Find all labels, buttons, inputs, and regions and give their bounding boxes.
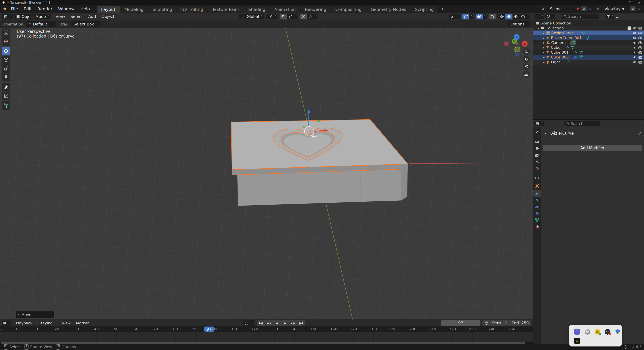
outliner-row-collection[interactable]: ▾ Collection ✓ (533, 26, 644, 30)
recording-tray-icon[interactable]: ◠ (605, 329, 610, 335)
workspace-tab-scripting[interactable]: Scripting (411, 6, 438, 13)
workspace-tab-shading[interactable]: Shading (244, 6, 270, 13)
disable-render-camera-icon[interactable] (638, 56, 642, 59)
shading-rendered-button[interactable] (520, 14, 526, 19)
workspace-tab-layout[interactable]: Layout (97, 6, 120, 13)
shading-solid-button[interactable] (506, 14, 512, 19)
tab-object[interactable] (533, 183, 541, 189)
tab-render[interactable] (533, 138, 541, 145)
outliner-row-cube[interactable]: ▸ Cube (533, 45, 644, 50)
viewport-menu-object[interactable]: Object (99, 14, 117, 19)
viewport-menu-add[interactable]: Add (86, 14, 99, 19)
show-overlays-toggle[interactable] (476, 14, 482, 19)
toggle-ortho-button[interactable] (523, 71, 530, 78)
tool-scale[interactable] (2, 64, 10, 73)
menubar-item-window[interactable]: Window (55, 5, 78, 12)
workspace-tab-uv-editing[interactable]: UV Editing (177, 6, 207, 13)
hide-eye-icon[interactable] (632, 31, 636, 35)
outliner-filter-button[interactable]: ˅ (606, 14, 614, 19)
viewport-menu-select[interactable]: Select (68, 14, 86, 19)
timeline-track[interactable] (0, 333, 533, 342)
tab-physics[interactable] (533, 204, 541, 210)
hide-eye-icon[interactable] (632, 46, 636, 49)
tool-add-cube[interactable] (2, 101, 10, 110)
jump-to-start-button[interactable]: ◀ (257, 320, 265, 326)
tab-material[interactable] (533, 224, 541, 230)
workspace-tab-texture-paint[interactable]: Texture Paint (208, 6, 244, 13)
outliner-editor-type-button[interactable]: ≔˅ (534, 14, 544, 19)
hide-eye-icon[interactable] (632, 51, 636, 54)
collapse-caret-icon[interactable]: ▾ (536, 26, 540, 30)
tool-select-box[interactable] (2, 28, 10, 37)
expand-caret-icon[interactable]: ▸ (542, 56, 546, 59)
snap-dropdown-caret[interactable]: ˅ (294, 15, 298, 18)
expand-caret-icon[interactable]: ▸ (542, 31, 546, 35)
start-frame-field[interactable]: Start 1 (490, 321, 509, 325)
properties-options-caret[interactable]: ˅ (641, 122, 643, 125)
teams-tray-icon[interactable]: T (574, 329, 580, 335)
add-modifier-button[interactable]: ＋ Add Modifier (543, 145, 642, 151)
new-viewlayer-icon[interactable]: ⧉ (630, 6, 636, 11)
outliner-row-beziercurve-001[interactable]: ▸ BézierCurve.001 (533, 35, 644, 40)
tab-object-data[interactable] (533, 217, 541, 224)
workspace-tab-geometry-nodes[interactable]: Geometry Nodes (366, 6, 410, 13)
tab-view-layer[interactable] (533, 152, 541, 159)
zoom-button[interactable] (523, 48, 530, 55)
transform-orientation-dropdown[interactable]: Global˅ (239, 14, 264, 19)
timeline-editor-type-button[interactable]: ˅ (2, 321, 11, 326)
security-shield-tray-icon[interactable]: ! (615, 329, 620, 335)
camera-view-button[interactable] (523, 63, 530, 70)
pan-button[interactable] (523, 56, 530, 62)
scene-name[interactable]: Scene (547, 7, 575, 11)
outliner-row-scene-collection[interactable]: Scene Collection (533, 21, 644, 26)
tab-modifiers[interactable] (533, 190, 541, 197)
visibility-caret[interactable]: ˅ (456, 15, 460, 18)
add-workspace-button[interactable]: + (438, 5, 447, 12)
show-object-types-dropdown[interactable] (449, 14, 456, 19)
disable-render-camera-icon[interactable] (638, 26, 642, 30)
outliner-row-beziercurve[interactable]: ▸ BézierCurve (533, 30, 644, 35)
viewport-3d[interactable]: User Perspective (97) Collection | Bézie… (0, 28, 533, 320)
previous-keyframe-button[interactable]: ◆◀ (265, 320, 273, 326)
viewport-menu-view[interactable]: View (53, 14, 68, 19)
disable-render-camera-icon[interactable] (638, 41, 642, 44)
tab-output[interactable] (533, 145, 541, 152)
expand-caret-icon[interactable]: ▸ (542, 41, 546, 44)
show-gizmos-toggle[interactable] (462, 14, 469, 19)
tool-transform[interactable] (2, 73, 10, 81)
viewlayer-selector[interactable]: 🗇˅ ViewLayer ⧉ × (596, 6, 642, 12)
end-frame-field[interactable]: End 250 (509, 321, 531, 325)
tool-cursor[interactable] (2, 37, 10, 46)
tab-collection[interactable] (533, 175, 541, 181)
snap-toggle[interactable] (280, 14, 287, 19)
workspace-tab-compositing[interactable]: Compositing (331, 6, 366, 13)
wifi-status-tray-icon[interactable]: ◉ (595, 329, 600, 335)
viewlayer-name[interactable]: ViewLayer (602, 7, 630, 11)
shading-wireframe-button[interactable] (498, 14, 506, 19)
properties-search[interactable]: Search (564, 121, 600, 126)
disable-render-camera-icon[interactable] (638, 31, 642, 35)
autokey-caret[interactable]: ˅ (250, 322, 254, 325)
disable-render-camera-icon[interactable] (638, 51, 642, 54)
timeline-expand-arrow[interactable]: › (1, 327, 2, 331)
editor-type-button[interactable]: ⊞˅ (2, 14, 12, 19)
viewlayer-browse-icon[interactable]: 🗇˅ (596, 7, 602, 11)
playback-menu[interactable]: Playback ˅ (13, 321, 38, 325)
tool-annotate[interactable] (2, 83, 10, 91)
next-keyframe-button[interactable]: ▶◆ (289, 320, 297, 326)
play-reverse-button[interactable]: ◀ (273, 320, 281, 326)
shading-caret[interactable]: ˅ (526, 15, 530, 18)
pin-icon[interactable]: 📌 (575, 7, 580, 11)
maximize-button[interactable]: □ (625, 0, 634, 5)
exclude-checkbox[interactable]: ✓ (628, 26, 631, 30)
outliner-row-cube-006[interactable]: ▸ Cube.006 (533, 55, 644, 60)
falloff-dropdown[interactable] (307, 14, 314, 19)
disable-render-camera-icon[interactable] (638, 46, 642, 49)
timeline-ruler[interactable]: › 01020304050607080901001101201301401501… (0, 326, 533, 333)
orientation-dropdown[interactable]: ↑ Default˅ (26, 21, 56, 27)
hide-eye-icon[interactable] (632, 41, 636, 44)
keying-menu[interactable]: Keying ˅ (38, 321, 58, 325)
snap-settings[interactable] (287, 14, 294, 19)
timeline-scrollbar[interactable] (0, 342, 533, 344)
outliner-row-cube-001[interactable]: ▸ Cube.001 (533, 50, 644, 55)
